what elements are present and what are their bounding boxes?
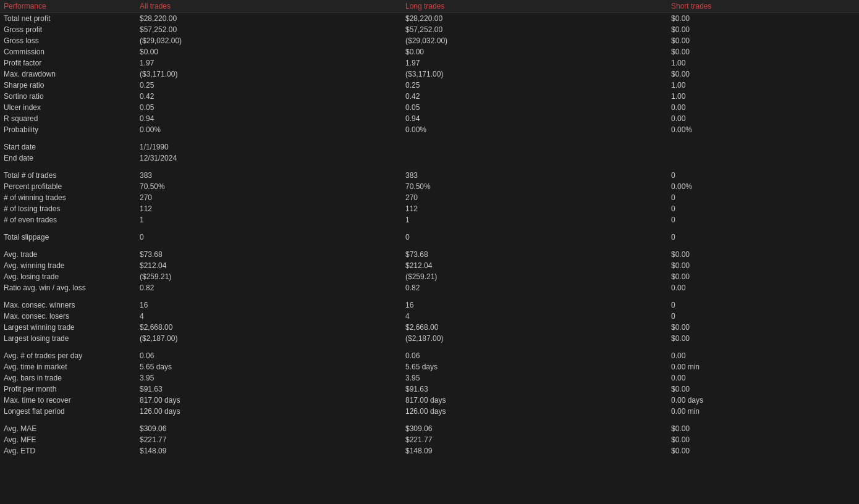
row-label: Avg. ETD bbox=[0, 445, 136, 456]
row-long-value: 383 bbox=[402, 170, 667, 181]
row-short-value: 0 bbox=[667, 311, 859, 322]
row-label: # of winning trades bbox=[0, 192, 136, 203]
table-row bbox=[0, 344, 859, 350]
row-long-value: 126.00 days bbox=[402, 406, 667, 417]
row-short-value: 1.00 bbox=[667, 57, 859, 69]
table-row: Percent profitable70.50%70.50%0.00% bbox=[0, 181, 859, 192]
row-long-value: 70.50% bbox=[402, 181, 667, 192]
row-short-value: $0.00 bbox=[667, 322, 859, 333]
row-all-value: 3.95 bbox=[136, 372, 402, 384]
row-label: Avg. winning trade bbox=[0, 260, 136, 271]
row-long-value: $148.09 bbox=[402, 445, 667, 456]
row-short-value: 0.00% bbox=[667, 124, 859, 135]
row-short-value: $0.00 bbox=[667, 69, 859, 80]
row-all-value: 0.05 bbox=[136, 102, 402, 113]
row-all-value: ($3,171.00) bbox=[136, 69, 402, 80]
row-all-value: 112 bbox=[136, 203, 402, 214]
row-label: End date bbox=[0, 153, 136, 164]
table-row: Avg. winning trade$212.04$212.04$0.00 bbox=[0, 260, 859, 271]
row-all-value: $73.68 bbox=[136, 249, 402, 260]
table-row: Max. drawdown($3,171.00)($3,171.00)$0.00 bbox=[0, 69, 859, 80]
table-row: Avg. # of trades per day0.060.060.00 bbox=[0, 350, 859, 361]
row-short-value: 0.00 bbox=[667, 282, 859, 293]
row-long-value: 5.65 days bbox=[402, 361, 667, 372]
row-label: Gross loss bbox=[0, 35, 136, 46]
row-long-value: 4 bbox=[402, 311, 667, 322]
row-long-value: 0.25 bbox=[402, 80, 667, 91]
table-row: Ratio avg. win / avg. loss0.820.820.00 bbox=[0, 282, 859, 293]
row-all-value: 1.97 bbox=[136, 57, 402, 69]
row-label: Total # of trades bbox=[0, 170, 136, 181]
row-long-value: $0.00 bbox=[402, 46, 667, 57]
row-label: Max. time to recover bbox=[0, 395, 136, 406]
table-row bbox=[0, 293, 859, 300]
row-long-value: $28,220.00 bbox=[402, 13, 667, 25]
table-row: Gross loss($29,032.00)($29,032.00)$0.00 bbox=[0, 35, 859, 46]
row-long-value: $309.06 bbox=[402, 423, 667, 434]
table-row: Avg. losing trade($259.21)($259.21)$0.00 bbox=[0, 271, 859, 282]
row-all-value: 12/31/2024 bbox=[136, 153, 402, 164]
row-label: Largest losing trade bbox=[0, 333, 136, 344]
row-all-value: 0.06 bbox=[136, 350, 402, 361]
table-row: Avg. time in market5.65 days5.65 days0.0… bbox=[0, 361, 859, 372]
row-label: Sortino ratio bbox=[0, 91, 136, 102]
row-all-value: 5.65 days bbox=[136, 361, 402, 372]
row-short-value: 0 bbox=[667, 214, 859, 225]
row-short-value: 0 bbox=[667, 203, 859, 214]
row-long-value: 0.82 bbox=[402, 282, 667, 293]
row-long-value: 1.97 bbox=[402, 57, 667, 69]
row-short-value: $0.00 bbox=[667, 24, 859, 35]
row-long-value bbox=[402, 153, 667, 164]
row-long-value: 112 bbox=[402, 203, 667, 214]
row-short-value: $0.00 bbox=[667, 35, 859, 46]
row-label: Max. drawdown bbox=[0, 69, 136, 80]
table-row bbox=[0, 164, 859, 170]
row-short-value: 0 bbox=[667, 300, 859, 311]
row-short-value: 0 bbox=[667, 232, 859, 243]
row-label: Ulcer index bbox=[0, 102, 136, 113]
table-row bbox=[0, 243, 859, 249]
row-short-value bbox=[667, 153, 859, 164]
table-row: Largest losing trade($2,187.00)($2,187.0… bbox=[0, 333, 859, 344]
row-all-value: 1/1/1990 bbox=[136, 141, 402, 153]
table-row: Largest winning trade$2,668.00$2,668.00$… bbox=[0, 322, 859, 333]
table-row: Max. time to recover817.00 days817.00 da… bbox=[0, 395, 859, 406]
row-label: Total net profit bbox=[0, 13, 136, 25]
row-label: Max. consec. winners bbox=[0, 300, 136, 311]
row-all-value: 817.00 days bbox=[136, 395, 402, 406]
table-row: Sharpe ratio0.250.251.00 bbox=[0, 80, 859, 91]
table-row: Max. consec. losers440 bbox=[0, 311, 859, 322]
row-short-value: 0.00 min bbox=[667, 361, 859, 372]
row-all-value: 70.50% bbox=[136, 181, 402, 192]
row-all-value: $212.04 bbox=[136, 260, 402, 271]
row-short-value: 0 bbox=[667, 192, 859, 203]
row-label: # of even trades bbox=[0, 214, 136, 225]
row-short-value: 0.00 days bbox=[667, 395, 859, 406]
row-label: Avg. bars in trade bbox=[0, 372, 136, 384]
row-all-value: 4 bbox=[136, 311, 402, 322]
row-label: Largest winning trade bbox=[0, 322, 136, 333]
table-row: # of even trades110 bbox=[0, 214, 859, 225]
row-long-value: 0.94 bbox=[402, 113, 667, 124]
table-row: Gross profit$57,252.00$57,252.00$0.00 bbox=[0, 24, 859, 35]
table-row bbox=[0, 417, 859, 423]
row-short-value: 1.00 bbox=[667, 80, 859, 91]
table-row: R squared0.940.940.00 bbox=[0, 113, 859, 124]
row-long-value: 16 bbox=[402, 300, 667, 311]
row-short-value: $0.00 bbox=[667, 249, 859, 260]
row-long-value: ($2,187.00) bbox=[402, 333, 667, 344]
row-short-value: $0.00 bbox=[667, 434, 859, 445]
row-short-value: $0.00 bbox=[667, 46, 859, 57]
row-all-value: $0.00 bbox=[136, 46, 402, 57]
row-short-value: 0.00 bbox=[667, 350, 859, 361]
row-all-value: 0.42 bbox=[136, 91, 402, 102]
row-short-value: 0.00% bbox=[667, 181, 859, 192]
row-long-value: $221.77 bbox=[402, 434, 667, 445]
table-row: Total # of trades3833830 bbox=[0, 170, 859, 181]
row-label: Avg. # of trades per day bbox=[0, 350, 136, 361]
row-long-value: 270 bbox=[402, 192, 667, 203]
row-all-value: 0.82 bbox=[136, 282, 402, 293]
row-short-value: 0.00 bbox=[667, 102, 859, 113]
row-label: Avg. MAE bbox=[0, 423, 136, 434]
row-label: Profit factor bbox=[0, 57, 136, 69]
